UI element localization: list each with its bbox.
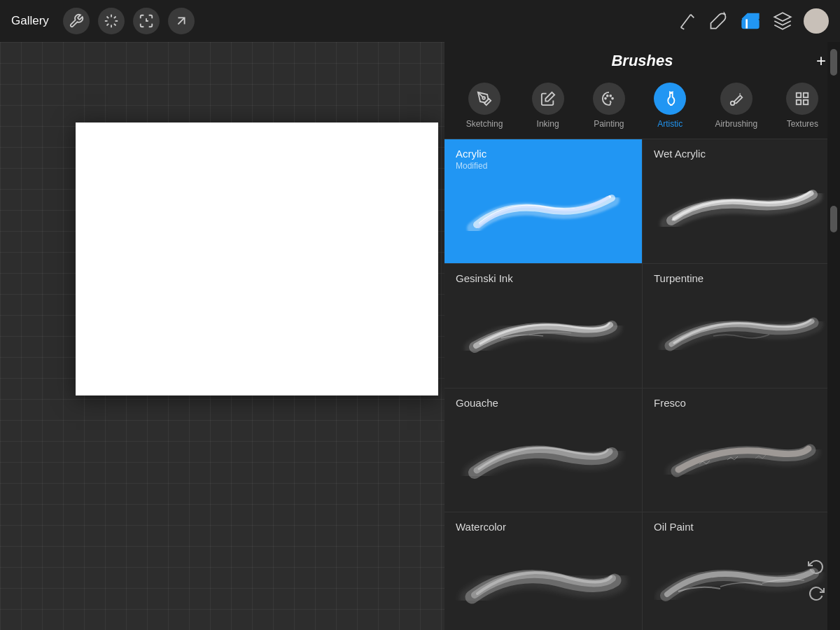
brush-fresco-stroke: [654, 410, 829, 501]
airbrushing-label: Airbrushing: [715, 119, 757, 129]
brushes-panel: Brushes + Sketching: [444, 42, 840, 630]
brush-acrylic[interactable]: Acrylic Modified: [444, 139, 642, 263]
svg-point-17: [605, 98, 606, 99]
wrench-button[interactable]: [63, 8, 90, 34]
add-brush-button[interactable]: +: [816, 52, 826, 69]
undo-button[interactable]: [808, 559, 825, 575]
brush-tool-button[interactable]: [708, 11, 728, 31]
textures-label: Textures: [787, 119, 818, 129]
inking-label: Inking: [537, 119, 559, 129]
eraser-tool-button[interactable]: [739, 10, 762, 32]
svg-marker-16: [545, 92, 554, 102]
scrollbar-thumb-2[interactable]: [830, 206, 837, 232]
sketching-label: Sketching: [466, 119, 503, 129]
inking-icon: [532, 83, 564, 115]
pen-tool-button[interactable]: [678, 11, 697, 31]
svg-point-18: [607, 95, 608, 97]
brush-turpentine-name: Turpentine: [654, 272, 829, 284]
avatar[interactable]: [804, 8, 829, 34]
scrollbar-thumb-1[interactable]: [830, 49, 837, 76]
tab-airbrushing[interactable]: Airbrushing: [709, 80, 763, 132]
artistic-icon: [654, 83, 686, 115]
svg-rect-23: [804, 93, 808, 97]
tab-inking[interactable]: Inking: [526, 80, 570, 132]
layers-button[interactable]: [773, 11, 792, 31]
tab-sketching[interactable]: Sketching: [461, 80, 509, 132]
brush-gouache-name: Gouache: [456, 397, 631, 409]
toolbar: Gallery: [0, 0, 840, 42]
artistic-label: Artistic: [657, 119, 682, 129]
svg-rect-25: [797, 100, 801, 104]
scrollbar-track: [827, 42, 840, 630]
toolbar-left: Gallery: [11, 8, 195, 34]
brush-fresco[interactable]: Fresco: [643, 388, 840, 512]
brush-turpentine-stroke: [654, 286, 829, 377]
svg-rect-22: [797, 93, 801, 97]
brush-watercolor-stroke: [456, 534, 631, 625]
brush-wet-acrylic-name: Wet Acrylic: [654, 148, 829, 160]
brush-wet-acrylic[interactable]: Wet Acrylic: [643, 139, 840, 263]
svg-line-2: [106, 17, 108, 19]
brush-acrylic-name: Acrylic: [456, 148, 631, 160]
svg-line-6: [106, 24, 108, 26]
brush-watercolor-name: Watercolor: [456, 521, 631, 533]
svg-rect-24: [804, 100, 808, 104]
brushes-header: Brushes +: [444, 42, 840, 80]
brush-gesinski-stroke: [456, 286, 631, 377]
toolbar-right: [678, 8, 829, 34]
brush-oil-paint-name: Oil Paint: [654, 521, 829, 533]
textures-icon: [786, 83, 818, 115]
svg-line-3: [114, 24, 116, 26]
undo-redo-container: [808, 559, 825, 602]
tab-textures[interactable]: Textures: [780, 80, 824, 132]
svg-line-10: [691, 15, 694, 18]
svg-point-20: [612, 98, 613, 99]
canvas-area[interactable]: [0, 0, 448, 630]
painting-label: Painting: [594, 119, 624, 129]
svg-point-19: [610, 95, 611, 97]
brush-watercolor[interactable]: Watercolor: [444, 512, 642, 630]
brush-gouache-stroke: [456, 410, 631, 501]
drawing-canvas[interactable]: [76, 122, 438, 396]
brush-gesinski-name: Gesinski Ink: [456, 272, 631, 284]
brush-grid: Acrylic Modified Wet A: [444, 139, 840, 630]
brush-fresco-name: Fresco: [654, 397, 829, 409]
svg-line-8: [178, 18, 184, 24]
brush-acrylic-stroke: [456, 176, 631, 252]
transform-button[interactable]: [133, 8, 160, 34]
brush-gouache[interactable]: Gouache: [444, 388, 642, 512]
brush-turpentine[interactable]: Turpentine: [643, 264, 840, 388]
brush-gesinski-ink[interactable]: Gesinski Ink: [444, 264, 642, 388]
brush-acrylic-subtitle: Modified: [456, 161, 631, 171]
brush-oil-paint-stroke: [654, 534, 829, 625]
svg-point-15: [482, 97, 485, 99]
svg-line-11: [681, 27, 685, 29]
category-tabs: Sketching Inking: [444, 80, 840, 139]
gallery-button[interactable]: Gallery: [11, 14, 49, 28]
svg-rect-12: [742, 19, 759, 28]
magic-button[interactable]: [98, 8, 125, 34]
painting-icon: [593, 83, 625, 115]
airbrushing-icon: [720, 83, 752, 115]
brush-wet-acrylic-stroke: [654, 161, 829, 252]
svg-line-9: [681, 15, 691, 28]
tab-artistic[interactable]: Artistic: [648, 80, 692, 132]
tab-painting[interactable]: Painting: [587, 80, 631, 132]
brushes-title: Brushes: [611, 52, 673, 70]
svg-marker-14: [774, 13, 790, 21]
arrow-button[interactable]: [168, 8, 195, 34]
svg-line-7: [114, 17, 116, 19]
redo-button[interactable]: [808, 585, 825, 602]
sketching-icon: [468, 83, 500, 115]
